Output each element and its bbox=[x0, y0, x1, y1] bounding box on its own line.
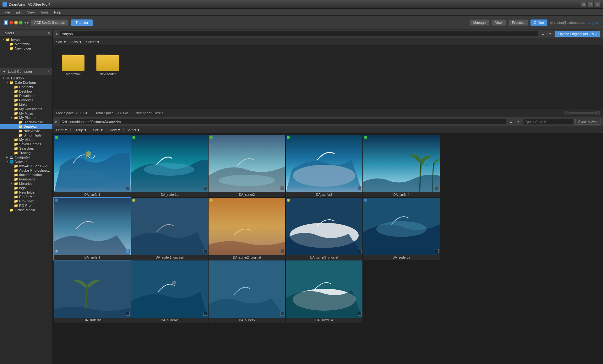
tree-item-downloads[interactable]: 📁 Downloads bbox=[0, 94, 52, 98]
browse-path-input[interactable] bbox=[60, 119, 506, 124]
tree-item-links[interactable]: 📁 Links bbox=[0, 102, 52, 107]
tree-item-homepage[interactable]: 📁 homepage bbox=[0, 177, 52, 181]
menu-view[interactable]: View bbox=[25, 10, 37, 15]
thumb-cell-dasurfer4[interactable]: DA_surfer4 bbox=[363, 135, 440, 197]
manage-button[interactable]: Manage bbox=[470, 19, 489, 26]
tree-item-proindex[interactable]: 📁 Pro-index bbox=[0, 199, 52, 203]
filter-button[interactable]: Filter ▼ bbox=[56, 128, 68, 132]
browse-up-arrow[interactable]: ▲ bbox=[508, 119, 514, 125]
tree-item-proformac[interactable]: 📁 Pro-forMac bbox=[0, 195, 52, 199]
tree-item-adobe[interactable]: 📁 Adobe-Photoshop-installer-sc bbox=[0, 168, 52, 173]
menu-tools[interactable]: Tools bbox=[38, 10, 51, 15]
tree-item-bryan[interactable]: ▼ 📁 bryan bbox=[0, 37, 52, 42]
thumb-cell-dasurfer3a[interactable]: DA_surfer3a bbox=[363, 198, 440, 260]
thumb-cell-row3-4[interactable]: DA_surfer5a bbox=[286, 260, 362, 323]
folder-thumb-mentawai[interactable]: Mentawai bbox=[59, 52, 87, 102]
tree-item-simontipler[interactable]: 📁 Simon Tipler bbox=[0, 133, 52, 137]
tree-item-myvideos[interactable]: 📁 My Videos bbox=[0, 137, 52, 142]
logout-link[interactable]: Log out bbox=[588, 21, 599, 24]
process-button[interactable]: Process bbox=[508, 19, 528, 26]
tree-item-documentation[interactable]: 📁 documentation bbox=[0, 173, 52, 177]
tree-item-desktop-root[interactable]: ▼ 🖥 Desktop bbox=[0, 76, 52, 80]
tree-item-blackwhite[interactable]: 📁 Black&White bbox=[0, 120, 52, 124]
tree-item-mypictures[interactable]: ▼ 📁 My Pictures bbox=[0, 115, 52, 120]
tree-item-newfolder-net[interactable]: 📁 New folder bbox=[0, 190, 52, 195]
tree-item-nelsanvik[interactable]: 📁 Nels Anvik bbox=[0, 129, 52, 133]
group-button[interactable]: Group ▼ bbox=[73, 128, 87, 132]
tree-item-newfolder-top[interactable]: 📁 New folder bbox=[0, 46, 52, 51]
browse-down-arrow[interactable]: ▼ bbox=[515, 119, 521, 125]
tree-item-savedgames[interactable]: 📁 Saved Games bbox=[0, 142, 52, 146]
tree-item-895acdsee[interactable]: 📁 895-ACDSee12-VideoConverter bbox=[0, 164, 52, 168]
search-input[interactable] bbox=[523, 119, 573, 125]
maximize-button[interactable]: □ bbox=[588, 2, 594, 7]
up-nav-arrow[interactable]: ▲ bbox=[540, 31, 546, 37]
tree-item-daledunham[interactable]: ▼ 📁 Dale Dunham bbox=[0, 80, 52, 85]
thumb-checkbox-row3-2[interactable] bbox=[203, 312, 207, 316]
traffic-yellow[interactable] bbox=[14, 21, 18, 24]
local-computer-expand[interactable]: ▼ bbox=[3, 70, 6, 73]
sync-to-web-button[interactable]: Sync to Web bbox=[575, 119, 600, 125]
thumb-checkbox-1-r2[interactable] bbox=[126, 249, 130, 253]
tree-item-tracing[interactable]: 📁 Tracing bbox=[0, 151, 52, 155]
menu-edit[interactable]: Edit bbox=[13, 10, 24, 15]
tree-item-offlinemedia[interactable]: 📁 Offline Media bbox=[0, 208, 52, 212]
traffic-red[interactable] bbox=[9, 21, 13, 24]
zoom-slider[interactable] bbox=[569, 112, 595, 114]
tree-item-network[interactable]: ▼ 🌐 Network bbox=[0, 159, 52, 164]
transfer-sort-button[interactable]: Sort ▼ bbox=[56, 40, 67, 44]
tree-item-mentawai[interactable]: 📁 Mentawai bbox=[0, 42, 52, 46]
thumb-cell-row3-1[interactable]: DA_surfer4b bbox=[54, 260, 131, 323]
down-nav-arrow[interactable]: ▼ bbox=[547, 31, 553, 37]
tree-item-mymusic[interactable]: 📁 My Music bbox=[0, 111, 52, 115]
folder-thumb-newfolder[interactable]: New folder bbox=[94, 52, 122, 102]
thumb-cell-dasurfer1-r2[interactable]: 1 DA_surfer1 bbox=[54, 198, 131, 260]
minimize-button[interactable]: ─ bbox=[581, 2, 587, 7]
thumb-checkbox-1[interactable] bbox=[126, 186, 130, 190]
view-button[interactable]: View bbox=[492, 19, 506, 26]
tree-item-desktop[interactable]: 📁 Desktop bbox=[0, 89, 52, 94]
folders-close[interactable]: × bbox=[48, 31, 50, 35]
thumb-cell-dasurfer2orig[interactable]: DA_surfer2_original bbox=[209, 198, 285, 260]
tree-item-libraries[interactable]: ▼ 📁 Libraries bbox=[0, 181, 52, 186]
local-computer-close[interactable]: × bbox=[48, 69, 50, 74]
thumb-cell-dasurfer3[interactable]: DA_surfer3 bbox=[286, 135, 362, 197]
tree-item-searches[interactable]: 📁 Searches bbox=[0, 146, 52, 151]
browse-select-button[interactable]: Select ▼ bbox=[127, 128, 140, 132]
thumb-cell-dasurfer3orig[interactable]: DA_surfer3_original bbox=[286, 198, 362, 260]
thumb-cell-row3-3[interactable]: DA_surfer5 bbox=[209, 260, 285, 323]
transfer-select-button[interactable]: Select ▼ bbox=[86, 40, 100, 44]
thumb-checkbox-3a[interactable] bbox=[435, 249, 439, 253]
zoom-plus[interactable]: + bbox=[595, 111, 600, 115]
thumb-checkbox-1orig[interactable] bbox=[203, 249, 207, 253]
transfer-tab[interactable]: Transfer bbox=[71, 19, 93, 26]
browse-view-button[interactable]: View ▼ bbox=[109, 128, 121, 132]
thumb-checkbox-3[interactable] bbox=[358, 186, 361, 190]
online-button[interactable]: Online bbox=[530, 19, 547, 26]
zoom-minus[interactable]: ─ bbox=[564, 111, 568, 115]
thumb-checkbox-row3-1[interactable] bbox=[126, 312, 130, 316]
thumb-cell-dasurfer2[interactable]: DA_surfer2 bbox=[209, 135, 285, 197]
thumb-cell-dasurfer1orig[interactable]: DA_surfer1_original bbox=[131, 198, 208, 260]
upload-original-button[interactable]: Upload Original (as JPG) bbox=[555, 31, 600, 37]
tree-item-mydocuments[interactable]: 📁 My Documents bbox=[0, 107, 52, 111]
thumb-checkbox-2[interactable] bbox=[280, 186, 284, 190]
thumb-cell-row3-2[interactable]: DA_surfer4c bbox=[131, 260, 208, 323]
menu-help[interactable]: Help bbox=[52, 10, 64, 15]
thumb-checkbox-2orig[interactable] bbox=[280, 249, 284, 253]
thumb-checkbox-1a[interactable] bbox=[203, 186, 207, 190]
tree-item-favorites[interactable]: 📁 Favorites bbox=[0, 98, 52, 102]
transfer-path-input[interactable] bbox=[60, 31, 538, 36]
thumb-checkbox-row3-3[interactable] bbox=[280, 312, 284, 316]
transfer-view-button[interactable]: View ▼ bbox=[70, 40, 82, 44]
traffic-green[interactable] bbox=[19, 21, 23, 24]
menu-file[interactable]: File bbox=[2, 10, 13, 15]
tree-item-computer[interactable]: ▶ 💻 Computer bbox=[0, 155, 52, 159]
close-button[interactable]: ✕ bbox=[595, 2, 600, 7]
browse-sort-button[interactable]: Sort ▼ bbox=[93, 128, 103, 132]
tree-item-rdpro4[interactable]: 📁 RD-Pro4 bbox=[0, 203, 52, 208]
website-button[interactable]: ACDSeeOnline.com bbox=[31, 19, 68, 26]
thumb-checkbox-3orig[interactable] bbox=[358, 249, 361, 253]
tree-item-logo[interactable]: 📁 logo bbox=[0, 186, 52, 190]
thumb-checkbox-4[interactable] bbox=[435, 186, 439, 190]
